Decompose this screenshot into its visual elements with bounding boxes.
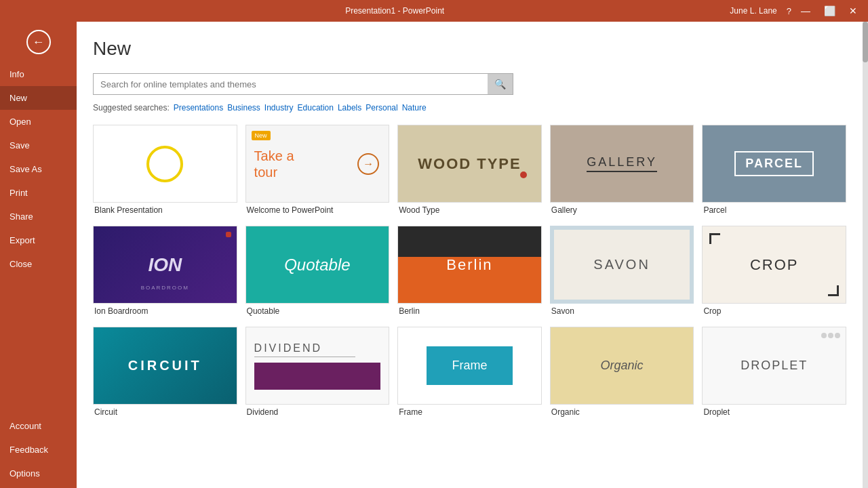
org-text: Organic [601,359,644,373]
page-title: New [93,38,846,60]
div-text: DIVIDEND [254,342,355,357]
suggested-labels[interactable]: Labels [338,103,361,113]
user-name: June L. Lane [730,6,776,16]
div-bar [254,363,381,390]
template-label-parcel: Parcel [702,205,846,215]
template-thumb-berlin: Berlin [397,226,542,304]
restore-button[interactable]: ⬜ [818,5,841,16]
template-organic[interactable]: Organic Organic [550,327,694,417]
sidebar-item-print[interactable]: Print [0,181,77,205]
template-circuit[interactable]: CIRCUIT Circuit [93,327,237,417]
blank-circle [146,146,183,182]
template-quotable[interactable]: Quotable Quotable [245,226,390,316]
template-ion[interactable]: ION BOARDROOM Ion Boardroom [93,226,237,316]
suggested-business[interactable]: Business [227,103,260,113]
template-thumb-droplet: DROPLET [702,327,846,405]
sidebar-item-info[interactable]: Info [0,62,77,86]
template-tour[interactable]: New Take atour → Welcome to PowerPoint [245,125,390,215]
search-input[interactable] [94,75,488,94]
par-text: PARCEL [745,157,803,170]
fr-text: Frame [452,359,487,373]
templates-grid: Blank Presentation New Take atour → Welc… [93,125,846,417]
content-area: New 🔍 Suggested searches: Presentations … [77,22,863,488]
template-thumb-circuit: CIRCUIT [93,327,237,405]
parcel-box: PARCEL [734,151,814,176]
sav-text: SAVON [593,257,650,272]
template-gallery[interactable]: GALLERY Gallery [550,125,694,215]
template-thumb-organic: Organic [550,327,694,405]
template-thumb-frame: Frame [397,327,542,405]
template-label-droplet: Droplet [702,407,846,417]
template-label-organic: Organic [550,407,694,417]
sidebar-item-new[interactable]: New [0,86,77,110]
close-button[interactable]: ✕ [844,5,863,16]
suggested-education[interactable]: Education [298,103,334,113]
template-label-woodtype: Wood Type [397,205,542,215]
sidebar-item-options[interactable]: Options [0,462,77,485]
window-controls: — ⬜ ✕ [795,5,863,16]
back-button[interactable]: ← [0,22,77,62]
template-thumb-ion: ION BOARDROOM [93,226,237,304]
template-label-dividend: Dividend [245,407,390,417]
template-label-circuit: Circuit [93,407,237,417]
drop-circle-1 [821,333,827,338]
sidebar-item-save-as[interactable]: Save As [0,157,77,181]
gal-text: GALLERY [587,155,657,172]
template-crop[interactable]: CROP Crop [702,226,846,316]
suggested-personal[interactable]: Personal [366,103,397,113]
sidebar: ← Info New Open Save Save As Print Share… [0,22,77,488]
template-parcel[interactable]: PARCEL Parcel [702,125,846,215]
quot-text: Quotable [284,256,350,274]
template-label-blank: Blank Presentation [93,205,237,215]
cir-text: CIRCUIT [128,358,202,373]
crop-text: CROP [750,256,799,274]
template-savon[interactable]: SAVON Savon [550,226,694,316]
template-woodtype[interactable]: WOOD TYPE Wood Type [397,125,542,215]
window-title: Presentation1 - PowerPoint [60,6,730,16]
template-label-savon: Savon [550,306,694,316]
sidebar-item-share[interactable]: Share [0,205,77,228]
ion-dot [226,232,231,237]
new-badge: New [252,131,271,140]
tour-text: Take atour [254,148,294,180]
template-berlin[interactable]: Berlin Berlin [397,226,542,316]
sidebar-item-open[interactable]: Open [0,110,77,134]
scrollbar[interactable] [863,22,868,488]
main-layout: ← Info New Open Save Save As Print Share… [0,22,868,488]
sidebar-item-export[interactable]: Export [0,228,77,252]
sidebar-item-save[interactable]: Save [0,134,77,157]
template-label-crop: Crop [702,306,846,316]
suggested-presentations[interactable]: Presentations [174,103,223,113]
template-frame[interactable]: Frame Frame [397,327,542,417]
crop-corner-tl [709,233,720,244]
drop-text: DROPLET [741,359,808,373]
drop-circle-2 [828,333,833,338]
template-label-quotable: Quotable [245,306,390,316]
sidebar-item-close[interactable]: Close [0,252,77,276]
help-icon[interactable]: ? [783,6,795,16]
search-button[interactable]: 🔍 [488,74,513,94]
minimize-button[interactable]: — [795,5,816,16]
frame-box: Frame [427,346,512,385]
template-thumb-blank [93,125,237,203]
template-label-ion: Ion Boardroom [93,306,237,316]
drop-circle-3 [835,333,840,338]
template-dividend[interactable]: DIVIDEND Dividend [245,327,390,417]
search-bar: 🔍 [93,73,513,95]
template-blank[interactable]: Blank Presentation [93,125,237,215]
template-thumb-dividend: DIVIDEND [245,327,390,405]
scrollbar-thumb[interactable] [863,22,868,62]
template-label-berlin: Berlin [397,306,542,316]
template-label-tour: Welcome to PowerPoint [245,205,390,215]
sidebar-item-feedback[interactable]: Feedback [0,438,77,462]
sidebar-item-account[interactable]: Account [0,414,77,438]
template-droplet[interactable]: DROPLET Droplet [702,327,846,417]
suggested-industry[interactable]: Industry [264,103,294,113]
ber-text: Berlin [446,256,492,274]
template-thumb-crop: CROP [702,226,846,304]
suggested-nature[interactable]: Nature [402,103,427,113]
suggested-label: Suggested searches: [93,103,170,113]
crop-corner-br [828,285,839,296]
template-label-gallery: Gallery [550,205,694,215]
suggested-searches: Suggested searches: Presentations Busine… [93,103,846,113]
